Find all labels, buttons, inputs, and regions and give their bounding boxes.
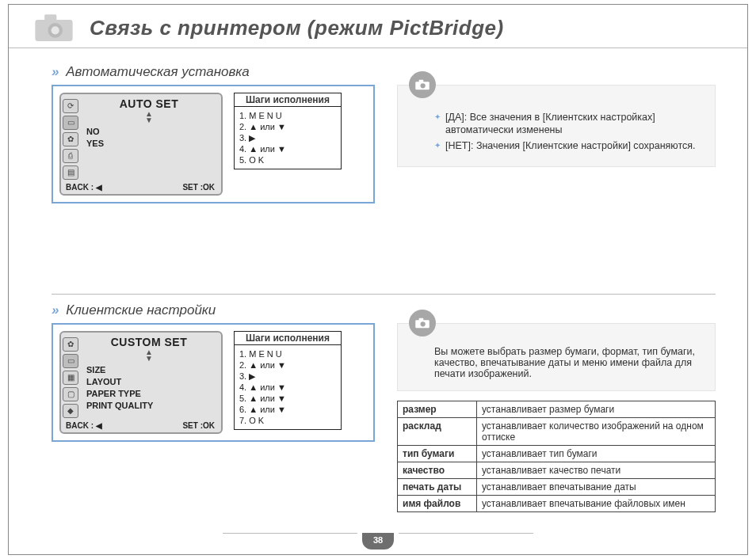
param-val: устанавливает впечатывание даты	[477, 479, 716, 496]
section-rule	[52, 294, 716, 295]
lcd-back: BACK :	[66, 183, 94, 192]
param-key: имя файлов	[398, 496, 477, 512]
steps-a: Шаги исполнения 1. M E N U 2. ▲ или ▼ 3.…	[234, 93, 342, 169]
flower-icon: ✿	[63, 337, 78, 352]
section-a-row: ⟳ ▭ ✿ ⎙ ▤ AUTO SET ▲▼ NO	[52, 85, 716, 203]
section-b-heading: » Клиентские настройки	[52, 302, 716, 318]
param-val: устанавливает тип бумаги	[477, 446, 716, 462]
lcd-screen-b: ✿ ▭ ▦ ▢ ◆ CUSTOM SET ▲▼ SIZE	[59, 331, 223, 434]
info-card-a: [ДА]: Все значения в [Клиентских настрой…	[397, 85, 716, 167]
table-row: раскладустанавливает количество изображе…	[398, 418, 716, 446]
lcd-a-footer: BACK : ◀ SET :OK	[63, 180, 218, 192]
table-row: имя файловустанавливает впечатывание фай…	[398, 496, 716, 512]
content: » Автоматическая установка ⟳ ▭ ✿ ⎙ ▤	[9, 51, 747, 512]
svg-point-6	[421, 83, 426, 88]
print-icon: ⎙	[63, 149, 78, 163]
section-a-title: Автоматическая установка	[66, 64, 250, 79]
lcd-side-icons: ✿ ▭ ▦ ▢ ◆	[63, 336, 80, 418]
param-key: качество	[398, 462, 477, 479]
param-val: устанавливает качество печати	[477, 462, 716, 479]
param-val: устанавливает впечатывание файловых имен	[477, 496, 716, 512]
lcd-item: NO	[86, 126, 215, 138]
svg-rect-5	[419, 80, 424, 82]
param-key: расклад	[398, 418, 477, 446]
paper-icon: ▢	[63, 387, 78, 401]
lcd-item: PAPER TYPE	[86, 388, 215, 400]
svg-point-3	[52, 26, 59, 34]
step: 5. ▲ или ▼	[239, 393, 336, 404]
left-arrow-icon: ◀	[96, 421, 102, 430]
step: 3. ▶	[239, 371, 336, 382]
steps-b-head: Шаги исполнения	[234, 331, 342, 345]
page-number-wrap: 38	[9, 533, 747, 549]
table-row: печать датыустанавливает впечатывание да…	[398, 479, 716, 496]
steps-b: Шаги исполнения 1. M E N U 2. ▲ или ▼ 3.…	[234, 331, 342, 430]
lcd-item: LAYOUT	[86, 376, 215, 388]
param-val: устанавливает размер бумаги	[477, 401, 716, 418]
images-icon: ▭	[63, 116, 78, 130]
size-icon: ▭	[63, 354, 78, 368]
lcd-set: SET :OK	[182, 183, 215, 192]
step: 6. ▲ или ▼	[239, 404, 336, 415]
layout-icon: ▦	[63, 371, 78, 385]
lcd-a-items: NO YES	[83, 126, 215, 150]
up-down-icon: ▲▼	[83, 349, 215, 362]
dpof-icon: ▤	[63, 165, 78, 180]
steps-a-body: 1. M E N U 2. ▲ или ▼ 3. ▶ 4. ▲ или ▼ 5.…	[234, 107, 342, 169]
bullet: [ДА]: Все значения в [Клиентских настрой…	[434, 111, 697, 136]
section-gap	[52, 203, 716, 291]
chevron-icon: »	[52, 302, 59, 318]
svg-rect-1	[44, 14, 56, 21]
info-bullets: [ДА]: Все значения в [Клиентских настрой…	[434, 111, 697, 152]
info-card-tab	[409, 71, 436, 98]
info-card-b: Вы можете выбрать размер бумаги, формат,…	[397, 323, 716, 391]
section-b-left: ✿ ▭ ▦ ▢ ◆ CUSTOM SET ▲▼ SIZE	[52, 323, 375, 442]
lcd-item: YES	[86, 138, 215, 150]
lcd-item: SIZE	[86, 364, 215, 376]
lcd-side-icons: ⟳ ▭ ✿ ⎙ ▤	[63, 97, 80, 180]
section-a-right: [ДА]: Все значения в [Клиентских настрой…	[397, 85, 716, 167]
step: 7. O K	[239, 415, 336, 426]
rule	[9, 48, 747, 48]
svg-rect-8	[419, 318, 424, 321]
svg-point-9	[421, 321, 426, 326]
camera-icon	[32, 11, 75, 44]
lcd-back: BACK :	[66, 421, 94, 430]
params-table: размерустанавливает размер бумаги раскла…	[397, 401, 716, 512]
table-row: тип бумагиустанавливает тип бумаги	[398, 446, 716, 462]
steps-b-body: 1. M E N U 2. ▲ или ▼ 3. ▶ 4. ▲ или ▼ 5.…	[234, 345, 342, 430]
quality-icon: ◆	[63, 404, 78, 418]
step: 2. ▲ или ▼	[239, 121, 336, 132]
step: 1. M E N U	[239, 348, 336, 359]
info-paragraph: Вы можете выбрать размер бумаги, формат,…	[434, 346, 697, 379]
param-key: печать даты	[398, 479, 477, 496]
section-b-row: ✿ ▭ ▦ ▢ ◆ CUSTOM SET ▲▼ SIZE	[52, 323, 716, 512]
step: 4. ▲ или ▼	[239, 143, 336, 154]
page-number: 38	[362, 533, 394, 549]
lcd-b-items: SIZE LAYOUT PAPER TYPE PRINT QUALITY	[83, 364, 215, 412]
steps-a-head: Шаги исполнения	[234, 93, 342, 107]
table-row: размерустанавливает размер бумаги	[398, 401, 716, 418]
chevron-icon: »	[52, 64, 59, 79]
lcd-b-title: CUSTOM SET	[83, 336, 215, 348]
param-val: устанавливает количество изображений на …	[477, 418, 716, 446]
step: 5. O K	[239, 154, 336, 165]
lcd-b-footer: BACK : ◀ SET :OK	[63, 418, 218, 431]
page-header: Связь с принтером (режим PictBridge)	[9, 5, 747, 48]
info-card-tab	[409, 310, 436, 337]
refresh-icon: ⟳	[63, 99, 78, 113]
page-title: Связь с принтером (режим PictBridge)	[90, 16, 504, 40]
lcd-set: SET :OK	[182, 421, 215, 430]
param-key: тип бумаги	[398, 446, 477, 462]
camera-small-icon: ✿	[63, 132, 78, 146]
section-b-title: Клиентские настройки	[66, 302, 216, 318]
left-arrow-icon: ◀	[96, 183, 102, 192]
section-a-left: ⟳ ▭ ✿ ⎙ ▤ AUTO SET ▲▼ NO	[52, 85, 375, 203]
lcd-item: PRINT QUALITY	[86, 400, 215, 412]
section-b-right: Вы можете выбрать размер бумаги, формат,…	[397, 323, 716, 512]
step: 1. M E N U	[239, 110, 336, 121]
step: 4. ▲ или ▼	[239, 382, 336, 393]
up-down-icon: ▲▼	[83, 111, 215, 124]
lcd-screen-a: ⟳ ▭ ✿ ⎙ ▤ AUTO SET ▲▼ NO	[59, 93, 223, 196]
lcd-panel-a: ⟳ ▭ ✿ ⎙ ▤ AUTO SET ▲▼ NO	[52, 85, 375, 203]
